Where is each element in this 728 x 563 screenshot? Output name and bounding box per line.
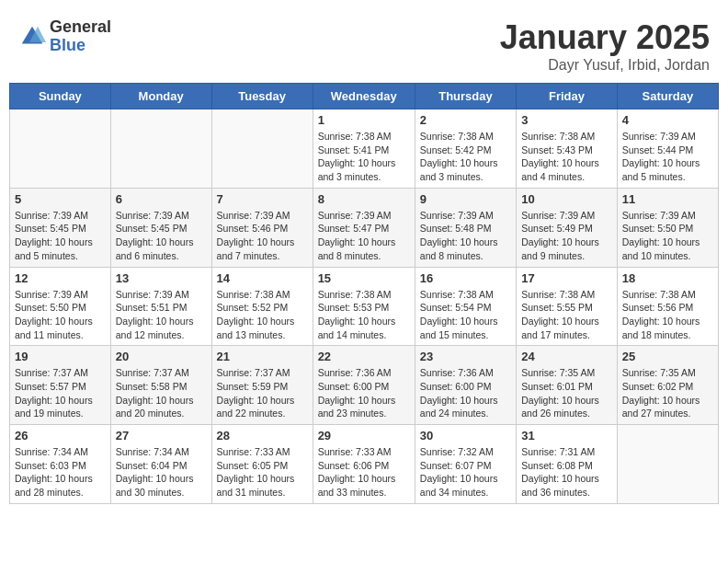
weekday-header-saturday: Saturday [617,84,718,109]
title-section: January 2025 Dayr Yusuf, Irbid, Jordan [500,18,710,74]
day-number: 2 [420,113,511,127]
calendar-week-3: 12Sunrise: 7:39 AM Sunset: 5:50 PM Dayli… [10,267,719,346]
month-title: January 2025 [500,18,710,57]
calendar-cell [110,109,211,189]
day-number: 6 [116,192,207,206]
day-info: Sunrise: 7:39 AM Sunset: 5:48 PM Dayligh… [420,209,511,263]
weekday-header-monday: Monday [110,84,211,109]
calendar-week-4: 19Sunrise: 7:37 AM Sunset: 5:57 PM Dayli… [10,346,719,425]
calendar-cell: 27Sunrise: 7:34 AM Sunset: 6:04 PM Dayli… [110,425,211,504]
day-info: Sunrise: 7:34 AM Sunset: 6:03 PM Dayligh… [15,445,106,500]
calendar-cell [617,425,718,504]
calendar-table: SundayMondayTuesdayWednesdayThursdayFrid… [9,83,719,504]
day-info: Sunrise: 7:38 AM Sunset: 5:43 PM Dayligh… [521,130,612,184]
day-number: 24 [521,350,612,363]
day-number: 9 [420,192,511,206]
calendar-cell: 25Sunrise: 7:35 AM Sunset: 6:02 PM Dayli… [617,346,718,425]
calendar-cell: 2Sunrise: 7:38 AM Sunset: 5:42 PM Daylig… [415,109,516,189]
day-info: Sunrise: 7:39 AM Sunset: 5:45 PM Dayligh… [116,209,207,263]
day-info: Sunrise: 7:38 AM Sunset: 5:41 PM Dayligh… [318,130,410,184]
day-number: 19 [15,350,106,363]
weekday-header-friday: Friday [517,84,618,109]
logo-blue-text: Blue [50,37,111,55]
day-info: Sunrise: 7:36 AM Sunset: 6:00 PM Dayligh… [420,366,511,420]
calendar-cell: 30Sunrise: 7:32 AM Sunset: 6:07 PM Dayli… [415,425,516,504]
calendar-cell: 8Sunrise: 7:39 AM Sunset: 5:47 PM Daylig… [313,188,415,267]
weekday-header-wednesday: Wednesday [313,84,415,109]
day-info: Sunrise: 7:38 AM Sunset: 5:53 PM Dayligh… [318,288,410,342]
day-info: Sunrise: 7:35 AM Sunset: 6:02 PM Dayligh… [622,366,713,420]
logo: General Blue [18,18,111,55]
day-number: 20 [116,350,207,363]
calendar-cell: 19Sunrise: 7:37 AM Sunset: 5:57 PM Dayli… [10,346,111,425]
day-number: 16 [420,271,511,285]
day-number: 11 [622,192,713,206]
page-header: General Blue January 2025 Dayr Yusuf, Ir… [9,9,719,78]
day-number: 28 [217,429,308,442]
calendar-cell [10,109,111,189]
day-number: 13 [116,271,207,285]
day-info: Sunrise: 7:38 AM Sunset: 5:55 PM Dayligh… [521,288,612,342]
day-number: 17 [521,271,612,285]
day-info: Sunrise: 7:38 AM Sunset: 5:54 PM Dayligh… [420,288,511,342]
day-number: 10 [521,192,612,206]
weekday-header-sunday: Sunday [10,84,111,109]
day-number: 18 [622,271,713,285]
day-info: Sunrise: 7:38 AM Sunset: 5:52 PM Dayligh… [217,288,308,342]
day-number: 3 [521,113,612,127]
day-number: 4 [622,113,713,127]
day-number: 21 [217,350,308,363]
day-info: Sunrise: 7:39 AM Sunset: 5:45 PM Dayligh… [15,209,106,263]
day-info: Sunrise: 7:37 AM Sunset: 5:58 PM Dayligh… [116,366,207,420]
weekday-header-thursday: Thursday [415,84,516,109]
calendar-cell: 24Sunrise: 7:35 AM Sunset: 6:01 PM Dayli… [517,346,618,425]
logo-icon [18,23,46,51]
calendar-week-5: 26Sunrise: 7:34 AM Sunset: 6:03 PM Dayli… [10,425,719,504]
calendar-cell: 5Sunrise: 7:39 AM Sunset: 5:45 PM Daylig… [10,188,111,267]
logo-text: General Blue [50,18,111,55]
day-number: 30 [420,429,511,442]
day-number: 7 [217,192,308,206]
day-info: Sunrise: 7:39 AM Sunset: 5:50 PM Dayligh… [15,288,106,342]
day-number: 22 [318,350,410,363]
location: Dayr Yusuf, Irbid, Jordan [500,57,710,74]
calendar-cell: 23Sunrise: 7:36 AM Sunset: 6:00 PM Dayli… [415,346,516,425]
day-number: 29 [318,429,410,442]
calendar-cell: 1Sunrise: 7:38 AM Sunset: 5:41 PM Daylig… [313,109,415,189]
calendar-cell: 13Sunrise: 7:39 AM Sunset: 5:51 PM Dayli… [110,267,211,346]
calendar-cell: 16Sunrise: 7:38 AM Sunset: 5:54 PM Dayli… [415,267,516,346]
day-number: 25 [622,350,713,363]
calendar-cell: 18Sunrise: 7:38 AM Sunset: 5:56 PM Dayli… [617,267,718,346]
calendar-cell: 10Sunrise: 7:39 AM Sunset: 5:49 PM Dayli… [517,188,618,267]
calendar-cell: 11Sunrise: 7:39 AM Sunset: 5:50 PM Dayli… [617,188,718,267]
day-number: 15 [318,271,410,285]
day-number: 1 [318,113,410,127]
calendar-cell: 3Sunrise: 7:38 AM Sunset: 5:43 PM Daylig… [517,109,618,189]
calendar-cell: 7Sunrise: 7:39 AM Sunset: 5:46 PM Daylig… [211,188,313,267]
day-number: 26 [15,429,106,442]
day-info: Sunrise: 7:31 AM Sunset: 6:08 PM Dayligh… [521,445,612,500]
calendar-cell: 22Sunrise: 7:36 AM Sunset: 6:00 PM Dayli… [313,346,415,425]
calendar-week-1: 1Sunrise: 7:38 AM Sunset: 5:41 PM Daylig… [10,109,719,189]
calendar-cell: 9Sunrise: 7:39 AM Sunset: 5:48 PM Daylig… [415,188,516,267]
day-info: Sunrise: 7:37 AM Sunset: 5:59 PM Dayligh… [217,366,308,420]
day-number: 23 [420,350,511,363]
calendar-week-2: 5Sunrise: 7:39 AM Sunset: 5:45 PM Daylig… [10,188,719,267]
day-info: Sunrise: 7:33 AM Sunset: 6:05 PM Dayligh… [217,445,308,500]
day-info: Sunrise: 7:39 AM Sunset: 5:44 PM Dayligh… [622,130,713,184]
calendar-cell: 6Sunrise: 7:39 AM Sunset: 5:45 PM Daylig… [110,188,211,267]
day-number: 12 [15,271,106,285]
weekday-header-row: SundayMondayTuesdayWednesdayThursdayFrid… [10,84,719,109]
day-number: 27 [116,429,207,442]
day-info: Sunrise: 7:32 AM Sunset: 6:07 PM Dayligh… [420,445,511,500]
calendar-cell: 28Sunrise: 7:33 AM Sunset: 6:05 PM Dayli… [211,425,313,504]
calendar-cell: 14Sunrise: 7:38 AM Sunset: 5:52 PM Dayli… [211,267,313,346]
day-info: Sunrise: 7:39 AM Sunset: 5:51 PM Dayligh… [116,288,207,342]
day-info: Sunrise: 7:39 AM Sunset: 5:47 PM Dayligh… [318,209,410,263]
day-info: Sunrise: 7:34 AM Sunset: 6:04 PM Dayligh… [116,445,207,500]
day-info: Sunrise: 7:38 AM Sunset: 5:56 PM Dayligh… [622,288,713,342]
calendar-cell: 15Sunrise: 7:38 AM Sunset: 5:53 PM Dayli… [313,267,415,346]
day-info: Sunrise: 7:39 AM Sunset: 5:49 PM Dayligh… [521,209,612,263]
calendar-cell [211,109,313,189]
day-info: Sunrise: 7:33 AM Sunset: 6:06 PM Dayligh… [318,445,410,500]
